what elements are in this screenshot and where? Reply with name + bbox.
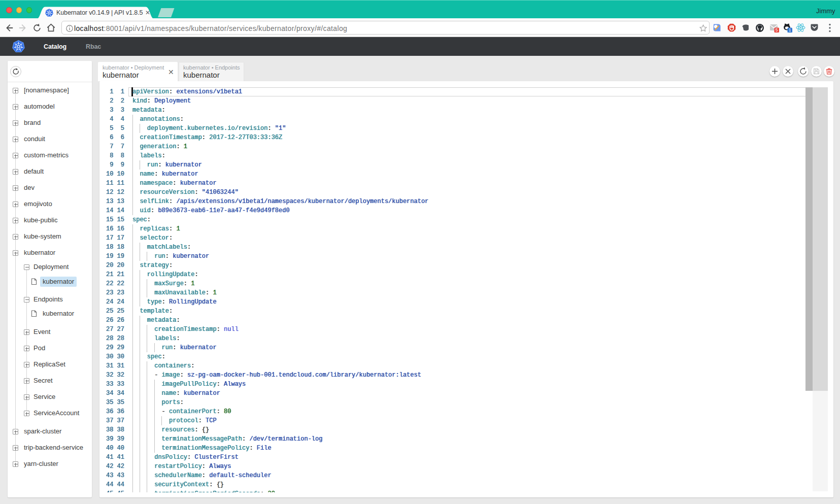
svg-text:1: 1 bbox=[789, 27, 791, 32]
svg-text:5: 5 bbox=[776, 27, 778, 32]
